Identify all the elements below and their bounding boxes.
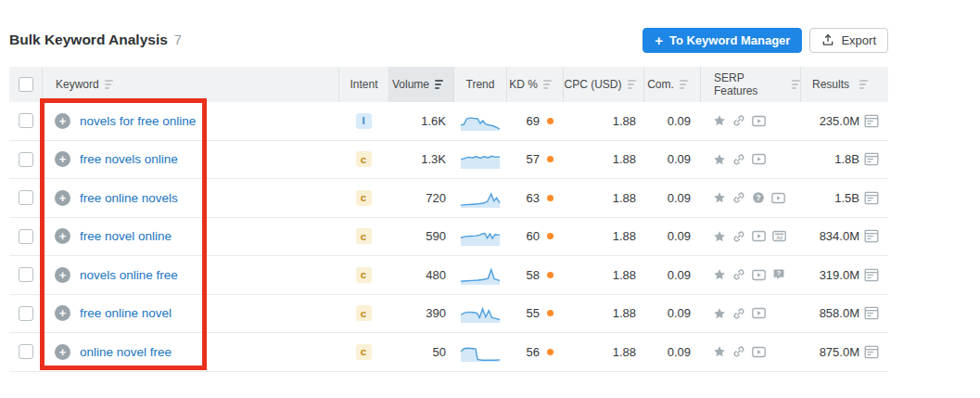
- kd-cell: 69: [506, 102, 563, 140]
- sort-icon[interactable]: [792, 80, 800, 89]
- star-icon: [713, 153, 726, 166]
- expand-plus-icon[interactable]: +: [55, 305, 70, 321]
- column-label: CPC (USD): [565, 78, 622, 91]
- serp-results-icon: [864, 306, 879, 320]
- intent-badge[interactable]: c: [356, 190, 372, 206]
- row-checkbox[interactable]: [19, 190, 33, 205]
- sort-icon[interactable]: [680, 80, 688, 89]
- topbar: Bulk Keyword Analysis 7 + To Keyword Man…: [9, 26, 888, 54]
- column-header-cpc[interactable]: CPC (USD): [563, 67, 643, 102]
- column-label: Intent: [350, 78, 377, 91]
- table-row: + novels for free online I 1.6K 69 1.88 …: [9, 102, 888, 141]
- column-header-keyword[interactable]: Keyword: [42, 67, 338, 102]
- question-circle-icon: ?: [752, 191, 765, 204]
- cpc-value: 1.88: [563, 333, 643, 371]
- volume-value: 480: [388, 256, 453, 294]
- keyword-link[interactable]: free novel online: [80, 229, 172, 243]
- export-button[interactable]: Export: [809, 28, 888, 53]
- keyword-link[interactable]: free online novel: [80, 306, 172, 320]
- kd-difficulty-dot: [547, 349, 554, 355]
- column-header-select-all: [9, 67, 42, 102]
- volume-value: 50: [388, 333, 453, 371]
- link-icon: [732, 230, 745, 243]
- row-checkbox[interactable]: [19, 152, 33, 167]
- sort-icon[interactable]: [859, 80, 868, 89]
- expand-plus-icon[interactable]: +: [55, 190, 70, 206]
- cpc-value: 1.88: [563, 295, 643, 333]
- expand-plus-icon[interactable]: +: [55, 267, 70, 283]
- serp-results-icon: [864, 191, 879, 205]
- sort-icon[interactable]: [628, 80, 636, 89]
- keyword-link[interactable]: free online novels: [80, 191, 178, 205]
- link-icon: [732, 307, 745, 320]
- row-checkbox[interactable]: [19, 344, 33, 359]
- column-header-com[interactable]: Com.: [643, 67, 700, 102]
- sort-icon[interactable]: [435, 80, 443, 89]
- expand-plus-icon[interactable]: +: [55, 151, 70, 167]
- intent-badge[interactable]: c: [356, 344, 372, 360]
- serp-features-cell: [700, 141, 800, 179]
- row-checkbox[interactable]: [19, 229, 33, 244]
- row-checkbox[interactable]: [19, 306, 33, 321]
- serp-features-cell: ?: [700, 256, 800, 294]
- row-checkbox[interactable]: [19, 113, 33, 128]
- intent-cell: I: [338, 102, 388, 140]
- sort-icon[interactable]: [105, 80, 113, 89]
- com-value: 0.09: [643, 256, 700, 294]
- intent-badge[interactable]: c: [356, 305, 372, 321]
- table-row: + online novel free c 50 56 1.88 0.09 87…: [9, 333, 888, 372]
- link-icon: [732, 268, 745, 281]
- column-label: Results: [812, 78, 849, 91]
- results-cell: 1.5B: [800, 179, 888, 217]
- trend-sparkline: [461, 265, 500, 285]
- column-label: Keyword: [56, 78, 99, 91]
- keyword-link[interactable]: novels for free online: [80, 114, 196, 128]
- kd-value: 56: [527, 345, 540, 359]
- video-icon: [752, 153, 766, 165]
- volume-value: 590: [388, 218, 453, 256]
- column-header-volume[interactable]: Volume: [388, 67, 453, 102]
- to-keyword-manager-button[interactable]: + To Keyword Manager: [643, 28, 802, 53]
- intent-cell: c: [338, 295, 388, 333]
- results-value: 858.0M: [820, 306, 859, 320]
- expand-plus-icon[interactable]: +: [55, 228, 70, 244]
- intent-badge[interactable]: I: [356, 113, 372, 129]
- svg-text:?: ?: [756, 193, 760, 202]
- keyword-table: KeywordIntentVolumeTrendKD %CPC (USD)Com…: [9, 67, 888, 372]
- cpc-value: 1.88: [563, 141, 643, 179]
- results-cell: 875.0M: [800, 333, 888, 371]
- intent-badge[interactable]: c: [356, 151, 372, 167]
- intent-badge[interactable]: c: [356, 228, 372, 244]
- checkbox-cell: [9, 179, 42, 217]
- trend-cell: [453, 295, 506, 333]
- cpc-value: 1.88: [563, 179, 643, 217]
- keyword-link[interactable]: free novels online: [80, 152, 178, 166]
- expand-plus-icon[interactable]: +: [55, 344, 70, 360]
- serp-results-icon: [864, 345, 879, 359]
- keyword-link[interactable]: online novel free: [80, 345, 172, 359]
- column-header-results[interactable]: Results: [800, 67, 888, 102]
- kd-cell: 56: [506, 333, 563, 371]
- intent-badge[interactable]: c: [356, 267, 372, 283]
- keyword-cell: + online novel free: [42, 333, 338, 371]
- kd-cell: 63: [506, 179, 563, 217]
- kd-difficulty-dot: [547, 272, 554, 278]
- select-all-checkbox[interactable]: [19, 77, 33, 92]
- checkbox-cell: [9, 256, 42, 294]
- star-icon: [713, 114, 726, 127]
- expand-plus-icon[interactable]: +: [55, 113, 70, 129]
- column-header-serp[interactable]: SERP Features: [700, 67, 800, 102]
- column-header-kd[interactable]: KD %: [506, 67, 563, 102]
- volume-value: 1.6K: [388, 102, 453, 140]
- sort-icon[interactable]: [543, 80, 552, 89]
- column-label: SERP Features: [714, 71, 780, 97]
- keyword-cell: + novels for free online: [42, 102, 338, 140]
- trend-sparkline: [461, 188, 500, 208]
- trend-sparkline: [461, 303, 500, 323]
- trend-cell: [453, 102, 506, 140]
- volume-value: 1.3K: [388, 141, 453, 179]
- kd-difficulty-dot: [547, 195, 554, 201]
- row-checkbox[interactable]: [19, 267, 33, 282]
- star-icon: [713, 345, 726, 358]
- keyword-link[interactable]: novels online free: [80, 268, 178, 282]
